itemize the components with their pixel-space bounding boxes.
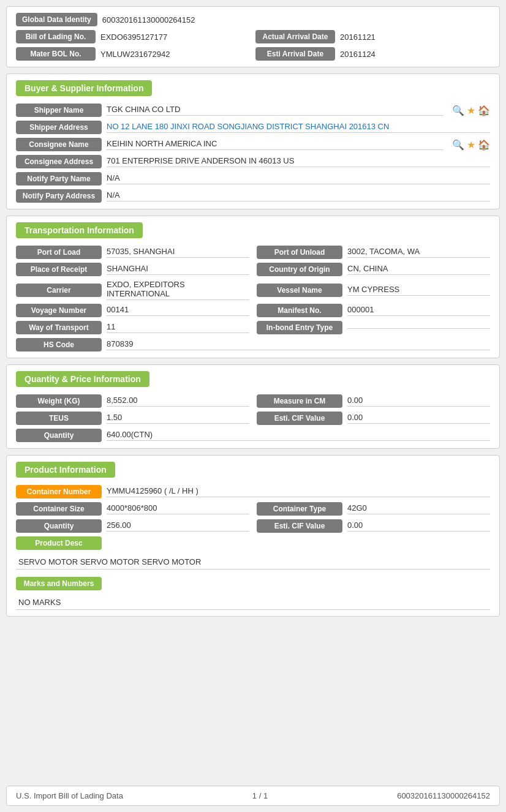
container-type-col: Container Type 42G0 [257, 502, 490, 516]
shipper-name-row: Shipper Name TGK CHINA CO LTD 🔍 ★ 🏠 [16, 103, 490, 117]
bol-row: Bill of Lading No. EXDO6395127177 Actual… [16, 30, 490, 43]
carrier-col: Carrier EXDO, EXPEDITORS INTERNATIONAL [16, 280, 249, 300]
inbond-label: In-bond Entry Type [257, 321, 342, 334]
consignee-name-row: Consignee Name KEIHIN NORTH AMERICA INC … [16, 138, 490, 151]
notify-address-label: Notify Party Address [16, 189, 102, 203]
country-origin-value: CN, CHINA [347, 264, 490, 275]
shipper-home-icon[interactable]: 🏠 [478, 105, 490, 116]
product-qty-label: Quantity [16, 519, 102, 533]
notify-address-value: N/A [107, 190, 490, 201]
qty-price-section: Quantity & Price Information Weight (KG)… [6, 364, 500, 449]
inbond-col: In-bond Entry Type [257, 321, 490, 334]
master-bol-label: Mater BOL No. [16, 47, 96, 61]
weight-col: Weight (KG) 8,552.00 [16, 394, 249, 408]
port-load-col: Port of Load 57035, SHANGHAI [16, 246, 249, 259]
vessel-col: Vessel Name YM CYPRESS [257, 280, 490, 300]
container-size-value: 4000*806*800 [107, 503, 249, 514]
container-type-label: Container Type [257, 502, 342, 516]
buyer-supplier-section: Buyer & Supplier Information Shipper Nam… [6, 73, 500, 209]
consignee-icons: 🔍 ★ 🏠 [452, 139, 490, 151]
container-type-value: 42G0 [347, 503, 490, 514]
teus-col: TEUS 1.50 [16, 412, 249, 425]
voyage-manifest-row: Voyage Number 00141 Manifest No. 000001 [16, 304, 490, 317]
container-number-value: YMMU4125960 ( /L / HH ) [107, 486, 490, 497]
way-transport-label: Way of Transport [16, 321, 102, 334]
hs-code-label: HS Code [16, 338, 102, 351]
master-bol-value: YMLUW231672942 [100, 50, 251, 59]
place-receipt-value: SHANGHAI [107, 264, 249, 275]
container-size-label: Container Size [16, 502, 102, 516]
product-header: Product Information [16, 462, 115, 478]
esti-cif-col: Esti. CIF Value 0.00 [257, 412, 490, 425]
inbond-value [347, 327, 490, 329]
shipper-address-value: NO 12 LANE 180 JINXI ROAD SONGJIANG DIST… [107, 122, 490, 133]
consignee-home-icon[interactable]: 🏠 [478, 139, 490, 151]
footer-right: 600320161130000264152 [397, 791, 490, 800]
footer-left: U.S. Import Bill of Lading Data [16, 791, 123, 800]
qty-label: Quantity [16, 429, 102, 442]
container-number-label: Container Number [16, 485, 102, 498]
manifest-col: Manifest No. 000001 [257, 304, 490, 317]
port-unload-label: Port of Unload [257, 246, 342, 259]
shipper-search-icon[interactable]: 🔍 [452, 105, 464, 116]
transport-inbond-row: Way of Transport 11 In-bond Entry Type [16, 321, 490, 334]
voyage-label: Voyage Number [16, 304, 102, 317]
consignee-search-icon[interactable]: 🔍 [452, 139, 464, 151]
voyage-col: Voyage Number 00141 [16, 304, 249, 317]
top-block: Global Data Identity 6003201611300002641… [6, 6, 500, 67]
global-identity-row: Global Data Identity 6003201611300002641… [16, 13, 490, 26]
weight-label: Weight (KG) [16, 394, 102, 408]
port-load-value: 57035, SHANGHAI [107, 247, 249, 258]
bol-value: EXDO6395127177 [100, 32, 251, 42]
product-cif-value: 0.00 [347, 521, 490, 532]
notify-name-value: N/A [107, 173, 490, 184]
vessel-value: YM CYPRESS [347, 285, 490, 296]
buyer-supplier-fields: Shipper Name TGK CHINA CO LTD 🔍 ★ 🏠 Ship… [16, 103, 490, 203]
country-origin-col: Country of Origin CN, CHINA [257, 263, 490, 276]
container-size-type-row: Container Size 4000*806*800 Container Ty… [16, 502, 490, 516]
voyage-value: 00141 [107, 305, 249, 316]
country-origin-label: Country of Origin [257, 263, 342, 276]
product-cif-label: Esti. CIF Value [257, 519, 342, 533]
qty-value: 640.00(CTN) [107, 430, 490, 441]
vessel-label: Vessel Name [257, 284, 342, 297]
buyer-supplier-header: Buyer & Supplier Information [16, 80, 152, 96]
port-unload-value: 3002, TACOMA, WA [347, 247, 490, 258]
measure-value: 0.00 [347, 396, 490, 407]
container-number-row: Container Number YMMU4125960 ( /L / HH ) [16, 485, 490, 498]
shipper-icons: 🔍 ★ 🏠 [452, 105, 490, 116]
notify-address-row: Notify Party Address N/A [16, 189, 490, 203]
place-receipt-col: Place of Receipt SHANGHAI [16, 263, 249, 276]
notify-name-row: Notify Party Name N/A [16, 172, 490, 186]
way-transport-value: 11 [107, 322, 249, 333]
port-unload-col: Port of Unload 3002, TACOMA, WA [257, 246, 490, 259]
product-desc-label-row: Product Desc [16, 536, 490, 550]
way-transport-col: Way of Transport 11 [16, 321, 249, 334]
consignee-address-value: 701 ENTERPRISE DRIVE ANDERSON IN 46013 U… [107, 156, 490, 167]
qty-row: Quantity 640.00(CTN) [16, 429, 490, 442]
esti-arrival-label: Esti Arrival Date [255, 47, 335, 61]
consignee-star-icon[interactable]: ★ [467, 139, 475, 151]
product-desc-text: SERVO MOTOR SERVO MOTOR SERVO MOTOR [16, 554, 490, 570]
product-section: Product Information Container Number YMM… [6, 455, 500, 617]
manifest-value: 000001 [347, 305, 490, 316]
consignee-name-label: Consignee Name [16, 138, 102, 151]
shipper-address-label: Shipper Address [16, 121, 102, 134]
transportation-header: Transportation Information [16, 222, 143, 238]
transportation-section: Transportation Information Port of Load … [6, 216, 500, 358]
teus-cif-row: TEUS 1.50 Esti. CIF Value 0.00 [16, 412, 490, 425]
qty-price-fields: Weight (KG) 8,552.00 Measure in CM 0.00 … [16, 394, 490, 442]
product-desc-label-tag: Product Desc [16, 536, 102, 550]
esti-arrival-value: 20161124 [340, 50, 490, 59]
product-cif-col: Esti. CIF Value 0.00 [257, 519, 490, 533]
carrier-vessel-row: Carrier EXDO, EXPEDITORS INTERNATIONAL V… [16, 280, 490, 300]
shipper-star-icon[interactable]: ★ [467, 105, 475, 116]
product-qty-col: Quantity 256.00 [16, 519, 249, 533]
marks-label-row: Marks and Numbers [16, 577, 490, 590]
teus-value: 1.50 [107, 413, 249, 424]
consignee-address-label: Consignee Address [16, 155, 102, 168]
container-size-col: Container Size 4000*806*800 [16, 502, 249, 516]
bol-label: Bill of Lading No. [16, 30, 96, 43]
product-qty-cif-row: Quantity 256.00 Esti. CIF Value 0.00 [16, 519, 490, 533]
carrier-value: EXDO, EXPEDITORS INTERNATIONAL [107, 280, 249, 300]
